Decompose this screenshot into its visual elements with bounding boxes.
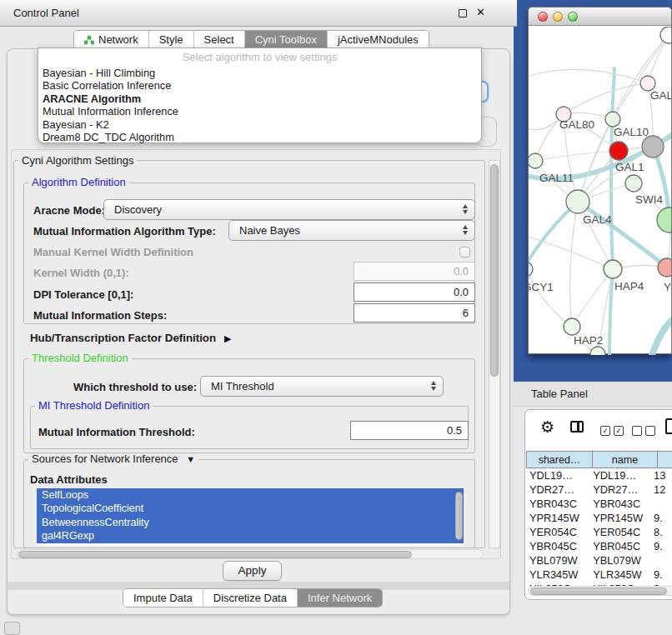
network-node-swi4[interactable] <box>625 175 642 192</box>
network-edge[interactable] <box>652 318 671 355</box>
algorithm-option[interactable]: Dream8 DC_TDC Algorithm <box>38 131 481 143</box>
minimize-traffic-light[interactable] <box>553 12 563 22</box>
network-edge[interactable] <box>529 69 648 83</box>
settings-vertical-scrollbar[interactable] <box>489 160 500 548</box>
column-header[interactable]: shared… <box>526 451 593 468</box>
document-icon[interactable] <box>665 418 672 434</box>
attribute-item[interactable]: gal4RGexp <box>37 529 464 542</box>
mi-threshold-title: MI Threshold Definition <box>35 400 153 412</box>
network-node[interactable] <box>657 208 671 232</box>
tab-cyni-toolbox[interactable]: Cyni Toolbox <box>244 31 327 48</box>
network-canvas[interactable]: GAL2GAL80GAL10GAL1GAL11SWI4GAL4GCY1HAP4Y… <box>529 27 671 355</box>
mi-threshold-field[interactable]: 0.5 <box>350 421 469 440</box>
scrollbar-thumb[interactable] <box>490 164 499 377</box>
algorithm-option[interactable]: Basic Correlation Inference <box>38 79 481 92</box>
table-row[interactable]: YER054CYER054C8. <box>526 525 672 539</box>
float-window-icon[interactable] <box>459 9 467 18</box>
network-edge[interactable] <box>611 68 614 269</box>
node-label: GAL2 <box>650 89 671 102</box>
aracne-mode-combobox[interactable]: Discovery <box>103 199 475 220</box>
algorithm-option[interactable]: Mutual Information Inference <box>38 105 481 118</box>
algorithm-option[interactable]: Bayesian - K2 <box>38 118 481 131</box>
mi-type-combobox[interactable]: Naive Bayes <box>228 220 475 241</box>
table-cell: YBR045C <box>526 539 586 553</box>
table-row[interactable]: YBL079WYBL079W <box>526 553 672 568</box>
tab-jactivemnodules[interactable]: jActiveMNodules <box>327 31 429 48</box>
tab-style[interactable]: Style <box>148 31 193 48</box>
combobox-value: Naive Bayes <box>239 224 300 237</box>
columns-icon[interactable] <box>570 421 584 432</box>
deselect-all-checkboxes-icon[interactable] <box>632 423 659 436</box>
scrollbar-thumb[interactable] <box>18 551 412 558</box>
scrollbar-thumb[interactable] <box>530 588 667 595</box>
gear-icon[interactable]: ⚙ <box>540 419 554 435</box>
dpi-tolerance-field[interactable]: 0.0 <box>354 282 475 302</box>
which-threshold-combobox[interactable]: MI Threshold <box>200 376 444 397</box>
node-label: GAL4 <box>583 213 612 226</box>
network-edge[interactable] <box>529 269 572 327</box>
algorithm-definition-title: Algorithm Definition <box>28 177 129 188</box>
table-row[interactable]: YBR045CYBR045C9. <box>526 539 672 553</box>
network-node[interactable] <box>590 347 605 355</box>
settings-horizontal-scrollbar[interactable] <box>17 549 484 559</box>
network-edge[interactable] <box>578 119 613 202</box>
network-node-ye[interactable] <box>658 258 671 277</box>
network-node-gal11[interactable] <box>529 153 543 168</box>
table-row[interactable]: YDL19…YDL19…13 <box>526 468 672 482</box>
table-horizontal-scrollbar[interactable] <box>528 586 672 596</box>
checked-box-icon: ✓ <box>614 426 624 436</box>
network-node-gcy1[interactable] <box>529 262 533 277</box>
table-row[interactable]: YBR043CYBR043C <box>526 497 672 511</box>
sources-expander[interactable]: Sources for Network Inference ▼ <box>28 453 198 465</box>
node-label: GAL1 <box>615 161 644 173</box>
network-edge[interactable] <box>535 151 619 161</box>
network-edge[interactable] <box>572 269 613 327</box>
algorithm-option[interactable]: ARACNE Algorithm <box>38 92 481 105</box>
network-edge[interactable] <box>570 202 578 327</box>
tab-discretize-data[interactable]: Discretize Data <box>203 589 297 607</box>
attribute-item[interactable]: SelfLoops <box>37 488 464 502</box>
node-label: GAL80 <box>559 118 594 131</box>
network-edge[interactable] <box>564 83 648 114</box>
column-header[interactable] <box>658 451 672 468</box>
tab-label: Cyni Toolbox <box>255 33 317 46</box>
close-icon[interactable]: ✕ <box>476 6 485 18</box>
select-all-checkboxes-icon[interactable]: ✓✓ <box>600 423 627 436</box>
apply-button[interactable]: Apply <box>223 561 282 581</box>
hub-definition-expander[interactable]: Hub/Transcription Factor Definition▶ <box>30 332 232 344</box>
tab-infer-network[interactable]: Infer Network <box>297 589 382 607</box>
network-edge[interactable] <box>613 35 669 119</box>
stepper-arrows-icon <box>463 225 468 235</box>
network-node-hap2[interactable] <box>564 318 580 335</box>
network-node-gal1[interactable] <box>609 142 628 160</box>
collapsed-panel-icon[interactable] <box>4 622 20 635</box>
network-view-window: GAL2GAL80GAL10GAL1GAL11SWI4GAL4GCY1HAP4Y… <box>528 7 672 354</box>
table-cell: 12 <box>645 482 672 497</box>
column-header[interactable]: name <box>593 451 658 468</box>
attribute-item[interactable]: BetweennessCentrality <box>37 516 464 529</box>
kernel-width-field[interactable]: 0.0 <box>354 262 475 281</box>
network-node-gal4[interactable] <box>566 190 589 213</box>
attributes-scrollbar-thumb[interactable] <box>455 492 463 540</box>
close-traffic-light[interactable] <box>538 12 548 22</box>
mi-steps-field[interactable]: 6 <box>354 303 475 322</box>
zoom-traffic-light[interactable] <box>568 12 578 22</box>
network-node[interactable] <box>660 27 671 43</box>
attribute-item[interactable]: TopologicalCoefficient <box>37 502 464 515</box>
tab-network[interactable]: Network <box>74 31 148 48</box>
table-cell: 8. <box>645 525 672 539</box>
kernel-width-label: Kernel Width (0,1): <box>33 267 129 279</box>
table-row[interactable]: YDR27…YDR27…12 <box>526 482 672 497</box>
network-node-gal10[interactable] <box>642 136 664 158</box>
manual-kernel-checkbox[interactable] <box>459 247 470 258</box>
control-panel-title: Control Panel <box>13 0 79 27</box>
algorithm-option[interactable]: Bayesian - Hill Climbing <box>38 67 481 79</box>
table-row[interactable]: YPR145WYPR145W9. <box>526 511 672 525</box>
network-node-hap4[interactable] <box>604 260 622 278</box>
node-label: HAP2 <box>574 334 603 347</box>
tab-select[interactable]: Select <box>193 31 244 48</box>
table-row[interactable]: YLR345WYLR345W9. <box>526 568 672 582</box>
network-node[interactable] <box>605 112 620 127</box>
data-attributes-list[interactable]: SelfLoopsTopologicalCoefficientBetweenne… <box>37 488 464 546</box>
tab-impute-data[interactable]: Impute Data <box>123 589 203 607</box>
